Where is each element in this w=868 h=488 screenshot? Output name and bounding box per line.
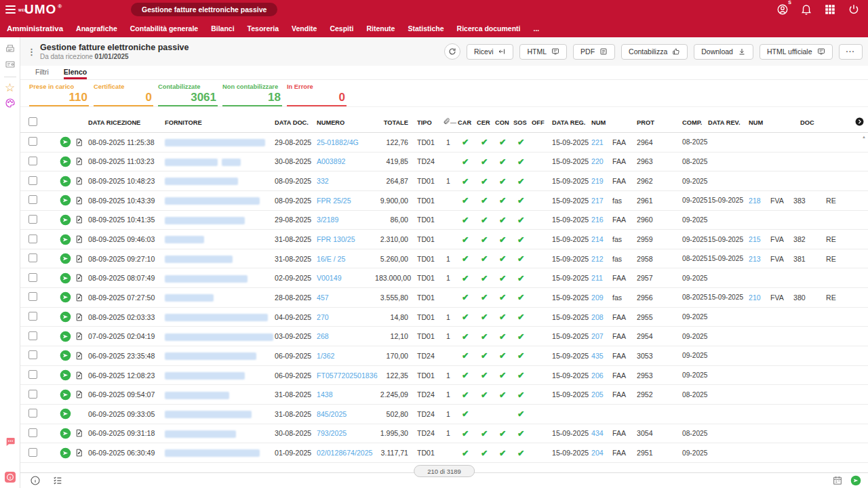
row-checkbox[interactable] — [28, 350, 37, 359]
columns-chevron-icon[interactable] — [855, 117, 864, 126]
cell-num-link[interactable]: 216 — [591, 216, 612, 224]
cell-numero-link[interactable]: FPR 130/25 — [317, 235, 375, 243]
toolbar-html-button[interactable]: HTML — [519, 44, 567, 60]
menu-item-contabilit-generale[interactable]: Contabilità generale — [130, 24, 198, 33]
chat-bubble-icon[interactable] — [4, 436, 16, 448]
row-document-icon[interactable] — [75, 312, 88, 322]
row-checkbox[interactable] — [28, 157, 37, 165]
menu-item-statistiche[interactable]: Statistiche — [408, 24, 443, 33]
theme-palette-icon[interactable] — [4, 97, 16, 109]
row-document-icon[interactable] — [75, 235, 88, 244]
row-status-icon[interactable] — [56, 331, 75, 342]
toolbar-ricevi-button[interactable]: Ricevi — [467, 44, 514, 60]
menu-item-cespiti[interactable]: Cespiti — [330, 24, 353, 33]
row-checkbox[interactable] — [28, 235, 37, 243]
cell-num-link[interactable]: 211 — [591, 274, 612, 282]
menu-item-vendite[interactable]: Vendite — [292, 24, 317, 33]
cell-numero-link[interactable]: 793/2025 — [317, 429, 375, 437]
row-checkbox[interactable] — [28, 176, 37, 185]
row-document-icon[interactable] — [75, 331, 88, 341]
cell-numero-link[interactable]: 02/0128674/2025 — [317, 449, 375, 457]
menu-item-bilanci[interactable]: Bilanci — [211, 24, 234, 33]
row-status-icon[interactable] — [56, 389, 75, 401]
menu-item-anagrafiche[interactable]: Anagrafiche — [76, 24, 117, 33]
favorites-star-icon[interactable]: ☆ — [4, 81, 16, 94]
toolbar-overflow-button[interactable]: ··· — [839, 44, 863, 60]
select-all-checkbox[interactable] — [28, 117, 37, 126]
row-status-icon[interactable] — [56, 428, 75, 439]
row-status-icon[interactable] — [56, 234, 75, 245]
row-checkbox[interactable] — [28, 331, 37, 340]
toolbar-pdf-button[interactable]: PDF — [573, 44, 615, 60]
cell-num-link[interactable]: 217 — [591, 197, 612, 205]
cell-num-rev-link[interactable]: 218 — [749, 197, 770, 205]
cell-numero-link[interactable]: 25-01882/4G — [317, 138, 375, 146]
cell-num-rev-link[interactable]: 213 — [749, 255, 770, 263]
row-status-icon[interactable] — [56, 447, 75, 459]
row-checkbox[interactable] — [28, 215, 37, 224]
row-document-icon[interactable] — [75, 254, 88, 264]
info-circle-icon[interactable] — [30, 475, 41, 486]
cell-num-rev-link[interactable]: 210 — [749, 293, 770, 302]
counter-in-errore[interactable]: In Errore0 — [287, 82, 347, 106]
menu-item-more[interactable]: ... — [534, 24, 540, 33]
toolbar-contabilizza-button[interactable]: Contabilizza — [621, 44, 688, 60]
archive-print-icon[interactable] — [4, 43, 16, 55]
cell-numero-link[interactable]: FT0577202501836 — [317, 371, 375, 380]
status-green-icon[interactable] — [850, 475, 861, 486]
menu-item-amministrativa[interactable]: Amministrativa — [7, 24, 63, 33]
row-status-icon[interactable] — [56, 253, 75, 264]
cell-num-link[interactable]: 220 — [591, 157, 612, 165]
cell-num-link[interactable]: 435 — [591, 352, 612, 360]
cell-num-link[interactable]: 205 — [591, 390, 612, 399]
row-status-icon[interactable] — [56, 272, 75, 284]
row-status-icon[interactable] — [56, 176, 75, 187]
cell-numero-link[interactable]: FPR 25/25 — [317, 197, 375, 205]
row-checkbox[interactable] — [28, 448, 37, 457]
row-checkbox[interactable] — [28, 312, 37, 321]
cell-num-link[interactable]: 209 — [591, 293, 612, 302]
menu-item-ricerca-documenti[interactable]: Ricerca documenti — [457, 24, 521, 33]
row-status-icon[interactable] — [56, 291, 75, 303]
row-document-icon[interactable] — [75, 138, 88, 147]
cell-numero-link[interactable]: 16/E / 25 — [317, 255, 375, 263]
row-document-icon[interactable] — [75, 293, 88, 302]
cell-numero-link[interactable]: 1/362 — [317, 352, 375, 360]
row-document-icon[interactable] — [75, 351, 88, 361]
apps-grid-icon[interactable] — [824, 3, 836, 16]
cell-num-link[interactable]: 434 — [591, 429, 612, 437]
menu-item-ritenute[interactable]: Ritenute — [366, 24, 395, 33]
row-document-icon[interactable] — [75, 371, 88, 380]
cell-num-link[interactable]: 204 — [591, 449, 612, 457]
user-account-icon[interactable]: S — [776, 3, 789, 16]
row-document-icon[interactable] — [75, 273, 88, 283]
row-status-icon[interactable] — [56, 214, 75, 226]
row-document-icon[interactable] — [75, 215, 88, 224]
cell-numero-link[interactable]: 3/2189 — [317, 216, 375, 224]
active-module-pill[interactable]: Gestione fatture elettroniche passive — [131, 3, 277, 16]
toolbar-download-button[interactable]: Download — [694, 44, 753, 60]
row-checkbox[interactable] — [28, 428, 37, 437]
cell-numero-link[interactable]: 270 — [317, 313, 375, 321]
row-status-icon[interactable] — [56, 156, 75, 167]
row-checkbox[interactable] — [28, 137, 37, 146]
cell-num-link[interactable]: 221 — [591, 138, 612, 146]
counter-non-contabilizzare[interactable]: Non contabilizzare18 — [222, 82, 282, 106]
cell-num-link[interactable]: 206 — [591, 371, 612, 380]
cell-num-link[interactable]: 207 — [591, 332, 612, 340]
cell-numero-link[interactable]: 457 — [317, 293, 375, 302]
row-checkbox[interactable] — [28, 273, 37, 282]
cell-num-link[interactable]: 208 — [591, 313, 612, 321]
row-document-icon[interactable] — [75, 196, 88, 205]
row-status-icon[interactable] — [56, 136, 75, 148]
row-checkbox[interactable] — [28, 409, 37, 418]
notifications-bell-icon[interactable] — [800, 3, 812, 16]
page-options-dots-icon[interactable]: ⋮ — [27, 47, 36, 57]
tab-filtri[interactable]: Filtri — [35, 68, 49, 79]
calendar-icon[interactable] — [832, 475, 843, 486]
cell-num-link[interactable]: 214 — [591, 235, 612, 243]
row-checkbox[interactable] — [28, 195, 37, 204]
menu-item-tesoreria[interactable]: Tesoreria — [248, 24, 279, 33]
row-document-icon[interactable] — [75, 448, 88, 458]
card-panel-icon[interactable] — [4, 58, 16, 70]
